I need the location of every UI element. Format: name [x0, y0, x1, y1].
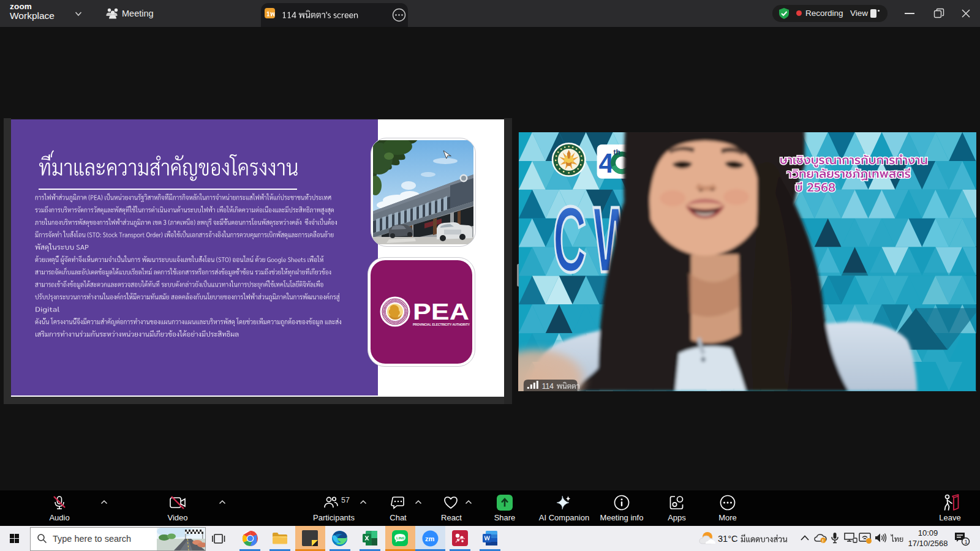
svg-text:!: !	[822, 538, 824, 544]
svg-text:1: 1	[965, 538, 968, 545]
